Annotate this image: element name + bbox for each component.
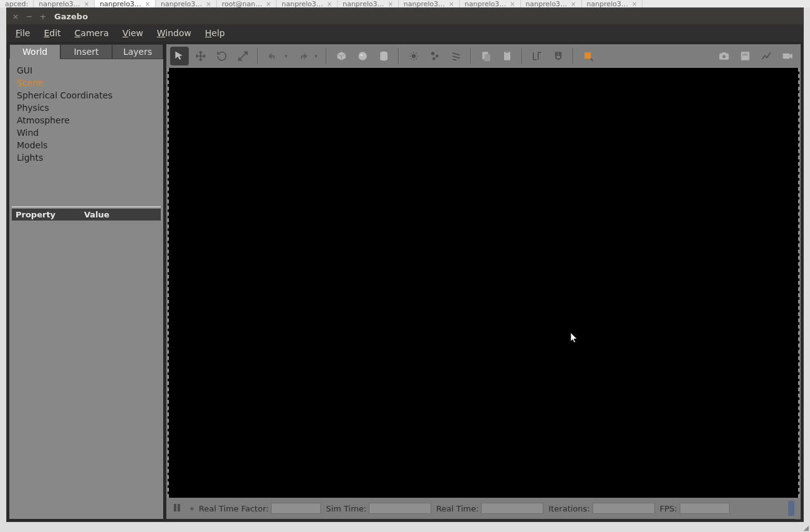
tab-insert[interactable]: Insert bbox=[60, 44, 112, 59]
background-tabs: apced: nanprelo3…× nanprelo3…× nanprelo3… bbox=[0, 0, 810, 7]
bg-tab[interactable]: nanprelo3…× bbox=[34, 0, 95, 7]
sphere-shape-button[interactable] bbox=[353, 47, 372, 65]
window-maximize-button[interactable]: + bbox=[39, 12, 47, 21]
bg-tab[interactable]: nanprelo3…× bbox=[399, 0, 460, 7]
magnet-button[interactable] bbox=[549, 47, 568, 65]
bg-tab[interactable]: nanprelo3…× bbox=[277, 0, 338, 7]
toolbar-separator bbox=[257, 48, 259, 64]
property-body bbox=[9, 221, 163, 519]
svg-rect-11 bbox=[504, 52, 510, 60]
bg-tab[interactable]: nanprelo3…× bbox=[156, 0, 217, 7]
menu-window[interactable]: Window bbox=[157, 28, 191, 38]
rtf-label: Real Time Factor: bbox=[199, 504, 269, 513]
snap-button[interactable] bbox=[528, 47, 546, 65]
undo-dropdown[interactable]: ▾ bbox=[285, 53, 291, 59]
world-tree-item[interactable]: Atmosphere bbox=[17, 114, 163, 126]
copy-button[interactable] bbox=[477, 47, 495, 65]
fps-value[interactable] bbox=[680, 503, 730, 514]
directional-light-button[interactable] bbox=[447, 47, 465, 65]
point-light-button[interactable] bbox=[404, 47, 423, 65]
menu-view[interactable]: View bbox=[123, 28, 143, 38]
rtf-value[interactable] bbox=[271, 503, 321, 514]
world-tree-item[interactable]: Lights bbox=[17, 151, 163, 164]
resize-grip-icon[interactable]: ◢ bbox=[795, 511, 801, 520]
toolbar-separator bbox=[522, 48, 523, 64]
side-panel: World Insert Layers GUI Scene Spherical … bbox=[9, 44, 164, 519]
world-tree-item[interactable]: Spherical Coordinates bbox=[17, 89, 163, 102]
box-shape-button[interactable] bbox=[332, 47, 351, 65]
svg-point-7 bbox=[436, 55, 438, 57]
spot-light-button[interactable] bbox=[426, 47, 444, 65]
fps-label: FPS: bbox=[660, 504, 677, 513]
redo-dropdown[interactable]: ▾ bbox=[315, 53, 321, 59]
svg-point-6 bbox=[432, 52, 434, 55]
bg-tab[interactable]: nanprelo3…× bbox=[338, 0, 399, 7]
iterations-label: Iterations: bbox=[548, 504, 589, 513]
world-tree-item[interactable]: Models bbox=[17, 139, 163, 151]
world-tree: GUI Scene Spherical Coordinates Physics … bbox=[9, 59, 163, 169]
toolbar-separator bbox=[573, 48, 574, 64]
bg-tab[interactable]: nanprelo3…× bbox=[95, 0, 156, 7]
scale-tool-button[interactable] bbox=[234, 47, 252, 65]
status-bar: ▪ Real Time Factor: Sim Time: Real Time:… bbox=[168, 498, 799, 519]
status-expand-handle[interactable] bbox=[788, 501, 794, 516]
svg-text:LOG: LOG bbox=[742, 53, 748, 56]
select-tool-button[interactable] bbox=[170, 47, 189, 65]
menu-camera[interactable]: Camera bbox=[75, 28, 109, 38]
cylinder-shape-button[interactable] bbox=[374, 47, 393, 65]
world-tree-item[interactable]: Scene bbox=[17, 77, 163, 89]
app-window: × − + Gazebo File Edit Camera View Windo… bbox=[6, 7, 804, 522]
log-button[interactable]: LOG bbox=[736, 47, 755, 65]
iterations-value[interactable] bbox=[593, 503, 655, 514]
screenshot-button[interactable] bbox=[715, 47, 733, 65]
svg-point-8 bbox=[433, 58, 435, 60]
window-title: Gazebo bbox=[54, 12, 88, 21]
plot-button[interactable] bbox=[757, 47, 776, 65]
world-tree-item[interactable]: Physics bbox=[17, 102, 163, 114]
menu-edit[interactable]: Edit bbox=[44, 28, 60, 38]
3d-viewport[interactable] bbox=[168, 68, 799, 498]
redo-button[interactable] bbox=[293, 47, 312, 65]
menu-help[interactable]: Help bbox=[205, 28, 225, 38]
property-col-property[interactable]: Property bbox=[16, 210, 84, 219]
mouse-cursor-icon bbox=[570, 332, 579, 346]
simtime-value[interactable] bbox=[369, 503, 431, 514]
toolbar-separator bbox=[326, 48, 327, 64]
bg-resize-grip-icon: ◢ bbox=[804, 524, 809, 532]
toolbar: ▾ ▾ bbox=[166, 44, 801, 68]
bg-tab[interactable]: nanprelo3…× bbox=[521, 0, 582, 7]
svg-rect-19 bbox=[783, 54, 790, 59]
svg-rect-21 bbox=[178, 504, 180, 511]
menu-file[interactable]: File bbox=[16, 28, 30, 38]
svg-point-1 bbox=[360, 54, 363, 56]
property-col-value[interactable]: Value bbox=[84, 210, 110, 219]
svg-rect-10 bbox=[485, 54, 490, 62]
svg-rect-13 bbox=[584, 52, 591, 59]
world-tree-item[interactable]: GUI bbox=[17, 64, 163, 77]
svg-point-15 bbox=[723, 55, 726, 58]
selection-highlight-button[interactable] bbox=[579, 47, 598, 65]
tab-layers[interactable]: Layers bbox=[112, 44, 163, 59]
realtime-value[interactable] bbox=[481, 503, 543, 514]
world-tree-item[interactable]: Wind bbox=[17, 126, 163, 139]
move-tool-button[interactable] bbox=[191, 47, 210, 65]
rotate-tool-button[interactable] bbox=[212, 47, 231, 65]
realtime-label: Real Time: bbox=[436, 504, 479, 513]
simtime-label: Sim Time: bbox=[326, 504, 366, 513]
svg-point-0 bbox=[358, 52, 366, 60]
window-close-button[interactable]: × bbox=[12, 12, 19, 21]
step-indicator: ▪ bbox=[190, 505, 194, 511]
property-divider[interactable] bbox=[12, 206, 161, 207]
bg-tab[interactable]: nanprelo3…× bbox=[582, 0, 643, 7]
svg-point-4 bbox=[380, 58, 388, 61]
bg-tab[interactable]: nanprelo3…× bbox=[460, 0, 521, 7]
toolbar-separator bbox=[398, 48, 399, 64]
paste-button[interactable] bbox=[498, 47, 517, 65]
bg-tab[interactable]: root@nan…× bbox=[217, 0, 277, 7]
undo-button[interactable] bbox=[264, 47, 282, 65]
tab-world[interactable]: World bbox=[9, 44, 60, 59]
bg-tab[interactable]: apced: bbox=[0, 0, 34, 7]
pause-button[interactable] bbox=[173, 503, 185, 514]
window-minimize-button[interactable]: − bbox=[26, 12, 33, 21]
record-video-button[interactable] bbox=[778, 47, 797, 65]
